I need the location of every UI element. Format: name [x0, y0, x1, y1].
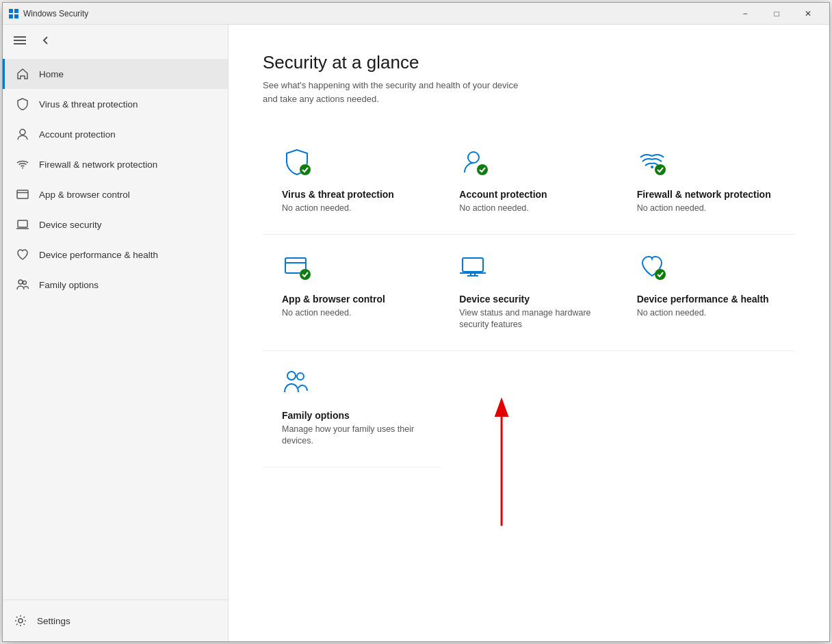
sidebar-item-settings[interactable]: Settings [14, 608, 217, 633]
sidebar-label-account: Account protection [39, 129, 116, 140]
card-icon-firewall [637, 146, 667, 179]
svg-point-15 [18, 619, 23, 623]
card-icon-account [459, 146, 489, 179]
svg-rect-28 [463, 258, 483, 272]
heart-icon [16, 248, 29, 261]
settings-label: Settings [37, 616, 70, 626]
sidebar-label-device-security: Device security [39, 220, 102, 230]
card-app-browser[interactable]: App & browser control No action needed. [263, 235, 440, 351]
card-title-device-perf: Device performance & health [637, 294, 776, 305]
browser-icon [16, 188, 29, 201]
sidebar-item-firewall[interactable]: Firewall & network protection [3, 149, 228, 179]
svg-point-14 [23, 281, 27, 285]
sidebar-bottom: Settings [3, 600, 228, 641]
card-desc-virus: No action needed. [282, 203, 421, 215]
card-title-app-browser: App & browser control [282, 294, 421, 305]
card-icon-family [282, 368, 312, 400]
card-account[interactable]: Account protection No action needed. [440, 130, 617, 235]
wifi-icon [16, 157, 29, 171]
card-family[interactable]: Family options Manage how your family us… [263, 351, 440, 467]
window-controls: − □ ✕ [729, 3, 824, 25]
svg-point-21 [651, 166, 653, 168]
main-content: Security at a glance See what's happenin… [229, 25, 829, 495]
shield-icon [16, 97, 29, 111]
page-subtitle: See what's happening with the security a… [263, 79, 795, 105]
svg-rect-4 [14, 36, 26, 38]
card-title-device-security: Device security [459, 294, 598, 305]
card-icon-device-perf [637, 251, 667, 284]
svg-point-34 [655, 269, 666, 280]
svg-rect-3 [14, 14, 18, 18]
card-icon-device-security [459, 251, 489, 284]
app-body: Home Virus & threat protection [3, 25, 829, 641]
sidebar-item-app-browser[interactable]: App & browser control [3, 179, 228, 209]
back-button[interactable] [37, 31, 55, 52]
sidebar-item-family[interactable]: Family options [3, 270, 228, 300]
card-title-firewall: Firewall & network protection [637, 189, 776, 200]
svg-rect-5 [14, 40, 26, 41]
sidebar-label-virus: Virus & threat protection [39, 99, 138, 110]
sidebar-item-device-security[interactable]: Device security [3, 209, 228, 240]
card-desc-app-browser: No action needed. [282, 307, 421, 320]
sidebar-nav: Home Virus & threat protection [3, 59, 228, 600]
sidebar-label-app-browser: App & browser control [39, 190, 130, 200]
sidebar-label-home: Home [39, 69, 64, 79]
close-button[interactable]: ✕ [792, 3, 824, 25]
page-title: Security at a glance [263, 52, 795, 73]
card-icon-app-browser [282, 251, 312, 284]
minimize-button[interactable]: − [729, 3, 761, 25]
sidebar-item-virus[interactable]: Virus & threat protection [3, 89, 228, 119]
svg-point-36 [297, 373, 304, 380]
svg-point-8 [22, 168, 23, 169]
sidebar-label-family: Family options [39, 280, 99, 290]
card-desc-account: No action needed. [459, 203, 598, 215]
home-icon [16, 67, 29, 81]
sidebar: Home Virus & threat protection [3, 25, 229, 641]
svg-point-35 [287, 372, 296, 380]
window-title: Windows Security [23, 9, 729, 18]
laptop-icon [16, 218, 29, 231]
svg-rect-6 [14, 43, 26, 44]
card-desc-firewall: No action needed. [637, 203, 776, 215]
svg-rect-0 [9, 9, 13, 13]
sidebar-item-device-perf[interactable]: Device performance & health [3, 240, 228, 270]
svg-rect-9 [17, 190, 28, 198]
card-title-virus: Virus & threat protection [282, 189, 421, 200]
maximize-button[interactable]: □ [761, 3, 792, 25]
family-icon [16, 278, 29, 292]
svg-point-27 [300, 269, 311, 280]
card-desc-device-perf: No action needed. [637, 307, 776, 320]
card-virus[interactable]: Virus & threat protection No action need… [263, 130, 440, 235]
card-firewall[interactable]: Firewall & network protection No action … [618, 130, 795, 235]
svg-point-17 [300, 164, 311, 175]
sidebar-label-device-perf: Device performance & health [39, 250, 158, 260]
sidebar-label-firewall: Firewall & network protection [39, 159, 157, 170]
cards-grid: Virus & threat protection No action need… [263, 130, 795, 467]
hamburger-icon [14, 34, 26, 47]
svg-rect-11 [18, 220, 27, 227]
person-icon [16, 127, 29, 141]
back-icon [40, 34, 52, 47]
card-desc-family: Manage how your family uses their device… [282, 424, 421, 448]
svg-point-23 [655, 164, 666, 175]
sidebar-item-home[interactable]: Home [3, 59, 228, 89]
menu-button[interactable] [11, 31, 29, 52]
svg-point-13 [18, 280, 23, 284]
card-title-family: Family options [282, 410, 421, 421]
svg-point-7 [20, 129, 25, 135]
card-title-account: Account protection [459, 189, 598, 200]
app-window: Windows Security − □ ✕ [2, 2, 830, 642]
sidebar-top [3, 25, 228, 59]
titlebar: Windows Security − □ ✕ [3, 3, 829, 25]
svg-point-18 [468, 152, 479, 163]
svg-point-20 [477, 164, 488, 175]
app-icon [8, 8, 19, 19]
card-device-security[interactable]: Device security View status and manage h… [440, 235, 617, 351]
card-device-perf[interactable]: Device performance & health No action ne… [618, 235, 795, 351]
card-desc-device-security: View status and manage hardware security… [459, 307, 598, 331]
svg-rect-1 [14, 9, 18, 13]
svg-rect-2 [9, 14, 13, 18]
sidebar-item-account[interactable]: Account protection [3, 119, 228, 149]
main-wrapper: Security at a glance See what's happenin… [229, 25, 829, 641]
gear-icon [14, 614, 27, 628]
